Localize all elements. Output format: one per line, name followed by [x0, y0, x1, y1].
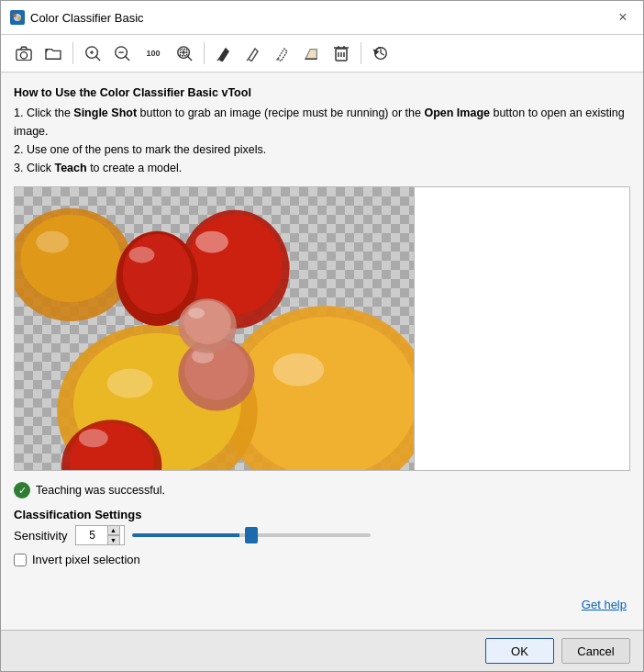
- close-button[interactable]: ×: [612, 6, 634, 28]
- delete-button[interactable]: [328, 40, 355, 66]
- eraser-button[interactable]: [298, 40, 326, 66]
- footer: OK Cancel: [1, 630, 643, 671]
- svg-point-2: [13, 14, 17, 17]
- settings-title: Classification Settings: [14, 508, 630, 521]
- instructions-title: How to Use the Color Classifier Basic vT…: [14, 84, 630, 102]
- app-icon: [10, 10, 25, 25]
- svg-point-47: [129, 247, 155, 263]
- svg-line-18: [217, 59, 219, 61]
- instruction-step-3: 3. Click Teach to create a model.: [14, 159, 630, 177]
- svg-point-56: [188, 308, 205, 319]
- zoom-out-button[interactable]: [108, 40, 136, 66]
- svg-point-46: [123, 234, 193, 314]
- invert-checkbox[interactable]: [14, 554, 27, 566]
- title-bar-left: Color Classifier Basic: [10, 10, 144, 25]
- zoom-fit-button[interactable]: [171, 40, 198, 66]
- zoom-100-button[interactable]: 100: [138, 40, 169, 66]
- title-bar: Color Classifier Basic ×: [1, 1, 643, 35]
- history-button[interactable]: [367, 40, 394, 66]
- sensitivity-slider-container: [132, 533, 630, 537]
- sensitivity-value-input[interactable]: [78, 529, 107, 542]
- open-folder-button[interactable]: [39, 40, 67, 66]
- svg-point-55: [183, 300, 231, 344]
- zoom-in-button[interactable]: [79, 40, 106, 66]
- svg-line-12: [126, 57, 130, 62]
- sensitivity-spinbox[interactable]: ▲ ▼: [75, 525, 125, 545]
- get-help-link[interactable]: Get help: [582, 598, 627, 611]
- svg-line-32: [381, 53, 384, 55]
- image-display[interactable]: [15, 187, 414, 470]
- svg-line-20: [276, 59, 278, 61]
- svg-line-9: [96, 57, 101, 62]
- status-message: Teaching was successful.: [36, 484, 165, 497]
- pen-dash-button[interactable]: [269, 40, 296, 66]
- separator-2: [204, 42, 205, 64]
- toolbar: 100: [1, 35, 643, 73]
- get-help-row: Get help: [14, 598, 630, 615]
- classification-settings: Classification Settings Sensitivity ▲ ▼ …: [14, 508, 630, 566]
- fruit-image: [15, 187, 414, 470]
- svg-line-19: [247, 59, 249, 61]
- svg-point-3: [17, 17, 21, 20]
- instruction-step-1: 1. Click the Single Shot button to grab …: [14, 104, 630, 140]
- sensitivity-row: Sensitivity ▲ ▼: [14, 525, 630, 545]
- separator-1: [72, 42, 73, 64]
- svg-point-38: [107, 369, 153, 398]
- camera-button[interactable]: [10, 40, 38, 66]
- spin-buttons: ▲ ▼: [107, 525, 120, 545]
- ok-button[interactable]: OK: [485, 638, 554, 664]
- sensitivity-slider[interactable]: [132, 533, 371, 537]
- image-panel: [14, 186, 630, 471]
- separator-3: [361, 42, 361, 64]
- spin-up-button[interactable]: ▲: [107, 525, 120, 535]
- svg-point-44: [195, 231, 228, 253]
- spin-down-button[interactable]: ▼: [107, 535, 120, 545]
- pen-outline-button[interactable]: [239, 40, 267, 66]
- sensitivity-label: Sensitivity: [14, 529, 68, 543]
- pen-solid-button[interactable]: [210, 40, 238, 66]
- instructions: How to Use the Color Classifier Basic vT…: [14, 84, 630, 177]
- status-row: ✓ Teaching was successful.: [14, 482, 630, 498]
- svg-point-5: [20, 52, 27, 59]
- svg-line-14: [188, 57, 193, 62]
- image-result-panel: [414, 187, 629, 470]
- success-icon: ✓: [14, 482, 30, 498]
- cancel-button[interactable]: Cancel: [561, 638, 630, 664]
- svg-marker-21: [305, 50, 316, 60]
- bottom-area: Get help: [14, 576, 630, 619]
- svg-point-41: [36, 231, 69, 253]
- svg-point-53: [79, 429, 108, 447]
- invert-row: Invert pixel selection: [14, 553, 630, 566]
- content-area: How to Use the Color Classifier Basic vT…: [1, 73, 643, 630]
- main-window: Color Classifier Basic ×: [0, 0, 644, 672]
- window-title: Color Classifier Basic: [30, 11, 144, 25]
- svg-point-35: [273, 353, 325, 386]
- svg-point-40: [20, 215, 120, 302]
- instruction-step-2: 2. Use one of the pens to mark the desir…: [14, 140, 630, 159]
- invert-label[interactable]: Invert pixel selection: [32, 553, 140, 566]
